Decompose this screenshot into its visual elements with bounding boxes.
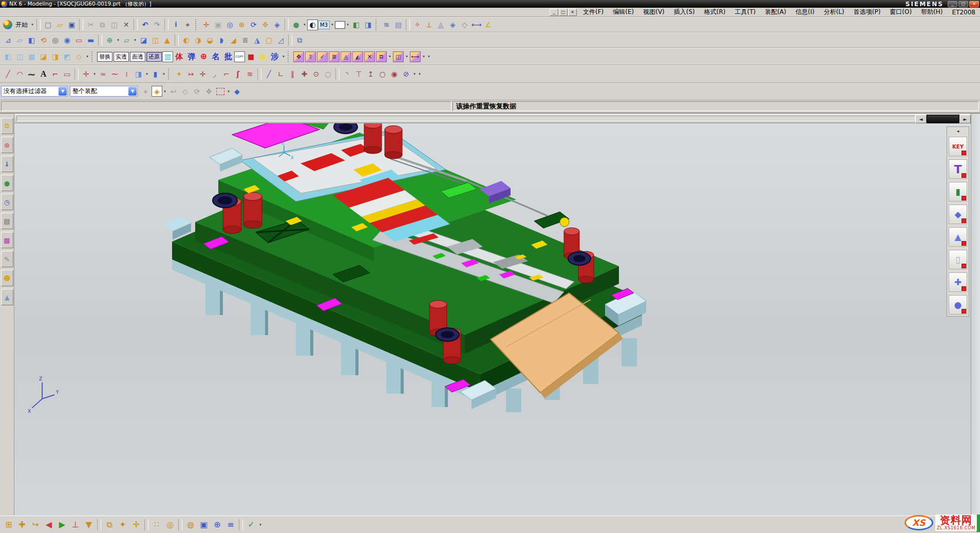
palette-collapse-icon[interactable]: ◂ [957,128,959,134]
menu-view[interactable]: 视图(V) [638,7,669,17]
wrench-component-icon[interactable]: ✛ [129,518,143,531]
blob-part-thumb[interactable]: ● [949,295,967,315]
surface-curve-dropdown-icon[interactable]: ▾ [144,68,149,80]
paste-face-dropdown-icon[interactable]: ▾ [404,51,409,62]
copy-face-dropdown-icon[interactable]: ▾ [387,51,392,62]
text-icon[interactable]: A [37,68,49,80]
add-component-icon[interactable]: ⊞ [2,518,15,531]
spline-through-points-icon[interactable]: ∼ [109,68,121,80]
measure-distance-icon[interactable]: ⟷ [470,19,482,31]
offset-curve-icon[interactable]: ≋ [244,68,256,80]
menu-tools[interactable]: 工具(T) [730,7,760,17]
wcs-dynamics-icon[interactable]: ⟂ [423,19,435,31]
create-new-component-icon[interactable]: ✚ [15,518,29,531]
key-doc-icon[interactable]: ✦ [173,68,185,80]
circle-target-dropdown-icon[interactable]: ▾ [412,68,417,80]
background-dropdown-icon[interactable]: ▾ [345,19,350,30]
background-swatch[interactable] [335,21,345,29]
pad-icon[interactable]: ▬ [85,34,97,46]
cone-icon[interactable]: ▲ [161,34,173,46]
minimize-button[interactable]: _ [948,1,957,7]
blue-die-part-thumb[interactable]: ◆ [949,205,967,224]
spline-by-poles-icon[interactable]: ≀ [121,68,133,80]
dropdown-arrow-icon[interactable]: ▼ [128,87,137,96]
plane-dropdown-icon[interactable]: ▾ [133,34,138,46]
select-body-icon[interactable]: ◇ [179,85,191,97]
patch-face-icon[interactable]: ◬ [341,51,351,62]
revolve-icon[interactable]: ⟲ [37,34,49,46]
stripes-display-icon[interactable]: ▥ [162,51,173,62]
hole-icon[interactable]: ◎ [49,34,61,46]
reverse-direction-icon[interactable]: ▶ [55,518,69,531]
dotted-circle-icon[interactable]: ◌ [322,68,334,80]
point-dropdown-icon[interactable]: ▾ [92,68,97,80]
marquee-dropdown-icon[interactable]: ▾ [226,86,231,97]
info-cursor-icon[interactable]: i [170,19,182,31]
chamfer-icon[interactable]: ◢ [228,34,239,46]
tools-tab[interactable]: ✎ [1,251,13,267]
name-char-icon[interactable]: 名 [210,51,222,63]
remember-constraints-icon[interactable]: ▼ [82,518,96,531]
punch-cylinder-part-thumb[interactable]: ▯ [949,250,967,269]
line2-icon[interactable]: ╱ [263,68,275,80]
arc-icon[interactable]: ◠ [14,68,26,80]
unite-icon[interactable]: ◐ [180,34,192,46]
measure-angle-icon[interactable]: ∠ [482,19,494,31]
fillet-curve-icon[interactable]: ◞ [209,68,220,80]
cross-part-thumb[interactable]: ✚ [949,272,967,292]
stretch-curve-icon[interactable]: ʃ [232,68,244,80]
rotate-view-icon[interactable]: ⟳ [248,19,259,31]
perpendicular-constraint-icon[interactable]: ⊥ [69,518,82,531]
fit-view-icon[interactable]: ✛ [200,19,212,31]
scroll-right-icon[interactable]: ► [959,115,971,123]
trim-curve-icon[interactable]: ↣ [185,68,197,80]
circle3-icon[interactable]: ◉ [388,68,400,80]
cut-icon[interactable]: ✂ [85,19,97,31]
selection-filter-dropdown[interactable]: 没有选择过滤器 ▼ [1,86,68,97]
extrude-icon[interactable]: ◧ [26,34,37,46]
wave-geometry-linker-icon[interactable]: ◍ [184,518,197,531]
rectangle-icon[interactable]: ▭ [61,68,73,80]
draft-icon[interactable]: ◿ [275,34,287,46]
instance-feature-icon[interactable]: ⧉ [294,34,306,46]
vertical-scrollbar[interactable] [971,114,980,516]
cross-line-icon[interactable]: ✚ [298,68,310,80]
scroll-track[interactable] [16,116,915,121]
rendering-style-icon[interactable]: ● [290,19,302,31]
dropdown-arrow-icon[interactable]: ▼ [59,87,67,96]
delete-icon[interactable]: ✕ [120,19,132,31]
resize-blend-dropdown-icon[interactable]: ▾ [421,51,426,62]
section-surface-icon[interactable]: ◨ [49,51,61,63]
offset-region-icon[interactable]: ✓ [317,51,328,62]
char-overflow-icon[interactable]: ▾ [281,51,286,62]
rendering-style-dropdown-icon[interactable]: ▾ [302,19,307,30]
resize-face-icon[interactable]: ≣ [329,51,340,62]
restore-button[interactable]: 还原 [146,52,162,62]
child-minimize-button[interactable]: _ [550,9,558,16]
deselect-icon[interactable]: ↩ [167,85,179,97]
tangent-icon[interactable]: ⊤ [353,68,365,80]
menu-analysis[interactable]: 分析(L) [819,7,849,17]
component-sequence-icon[interactable]: ◎ [163,518,177,531]
menu-insert[interactable]: 插入(S) [669,7,700,17]
undo-icon[interactable]: ↶ [139,19,151,31]
shaded-toggle-icon[interactable]: ◐ [307,20,318,30]
link-info-icon[interactable]: ⊕ [211,518,224,531]
zoom-circle-icon[interactable]: ◎ [224,19,236,31]
parallel-line-icon[interactable]: ∥ [287,68,298,80]
circle2-icon[interactable]: ○ [376,68,388,80]
graphics-window[interactable]: Z X Z Y X ◄ ► [14,114,971,516]
roles-tab[interactable]: ☻ [1,270,13,286]
menu-assemblies[interactable]: 装配(A) [760,7,791,17]
child-restore-button[interactable]: □ [559,9,568,16]
surface-curve-icon[interactable]: ◨ [133,68,144,80]
menu-file[interactable]: 文件(F) [578,7,608,17]
find-binoculars-icon[interactable]: ⌖ [182,19,194,31]
rotate-select-icon[interactable]: ⟳ [191,85,203,97]
studio-spline-icon[interactable]: ≈ [97,68,109,80]
grab-select-icon[interactable]: ✥ [203,85,215,97]
line-icon[interactable]: ╱ [2,68,14,80]
solid-translucency-button[interactable]: 实透 [114,52,129,62]
extract-dropdown-icon[interactable]: ▾ [161,68,166,80]
pan-view-icon[interactable]: ✥ [259,19,271,31]
